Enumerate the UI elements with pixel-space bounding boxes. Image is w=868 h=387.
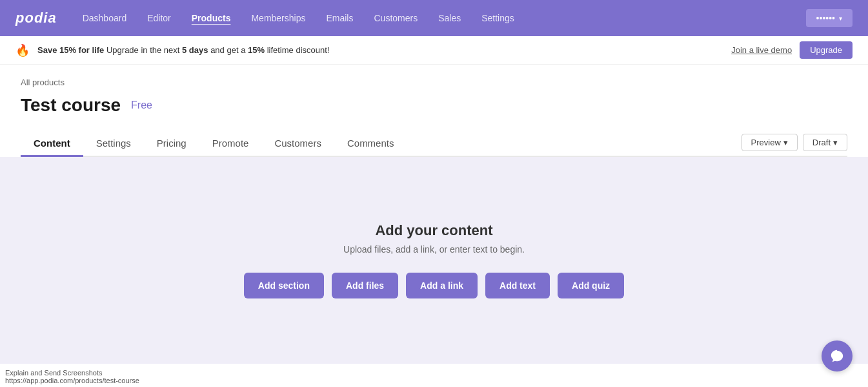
user-menu-button[interactable]: •••••• ▾: [806, 9, 853, 27]
add-files-button[interactable]: Add files: [332, 273, 398, 298]
nav-sales[interactable]: Sales: [438, 13, 461, 23]
tabs-right: Preview ▾ Draft ▾: [742, 134, 847, 154]
banner-emoji: 🔥: [15, 43, 30, 58]
live-demo-link[interactable]: Join a live demo: [731, 45, 792, 55]
page-title-row: Test course Free: [21, 95, 847, 116]
tab-comments[interactable]: Comments: [334, 131, 407, 157]
nav-editor[interactable]: Editor: [147, 13, 171, 23]
explain-text: Explain and Send Screenshots: [5, 369, 214, 377]
logo[interactable]: podia: [15, 10, 57, 26]
bottom-bar: Explain and Send Screenshots https://app…: [0, 366, 219, 387]
promo-banner: 🔥 Save 15% for life Upgrade in the next …: [0, 36, 868, 65]
banner-save-text: Save 15% for life: [37, 45, 104, 55]
banner-text: Save 15% for life Upgrade in the next 5 …: [37, 45, 723, 55]
banner-discount: 15%: [248, 45, 265, 55]
url-text: https://app.podia.com/products/test-cour…: [5, 377, 214, 384]
preview-label: Preview: [751, 138, 781, 147]
tabs-left: Content Settings Pricing Promote Custome…: [21, 131, 742, 156]
nav-products[interactable]: Products: [192, 13, 231, 23]
main-title: Add your content: [375, 222, 492, 239]
chat-bubble-button[interactable]: [822, 340, 853, 371]
nav-dashboard[interactable]: Dashboard: [83, 13, 127, 23]
add-link-button[interactable]: Add a link: [406, 273, 478, 298]
draft-button[interactable]: Draft ▾: [803, 134, 847, 151]
nav-emails[interactable]: Emails: [326, 13, 353, 23]
upgrade-button[interactable]: Upgrade: [800, 41, 853, 59]
nav-settings[interactable]: Settings: [481, 13, 514, 23]
main-subtitle: Upload files, add a link, or enter text …: [343, 244, 525, 255]
main-nav: Dashboard Editor Products Memberships Em…: [83, 13, 806, 23]
chat-icon: [830, 349, 844, 363]
nav-customers[interactable]: Customers: [374, 13, 418, 23]
breadcrumb[interactable]: All products: [21, 78, 847, 87]
free-badge: Free: [131, 99, 152, 111]
tab-content[interactable]: Content: [21, 131, 83, 157]
banner-body: Upgrade in the next: [106, 45, 182, 55]
page-container: All products Test course Free Content Se…: [0, 65, 868, 157]
nav-right: •••••• ▾: [806, 9, 853, 27]
tabs-bar: Content Settings Pricing Promote Custome…: [21, 131, 847, 157]
tab-settings[interactable]: Settings: [83, 131, 144, 157]
preview-chevron-icon: ▾: [783, 138, 788, 147]
page-title: Test course: [21, 95, 121, 116]
action-buttons: Add section Add files Add a link Add tex…: [244, 273, 624, 298]
main-content-area: Add your content Upload files, add a lin…: [0, 157, 868, 364]
draft-label: Draft: [812, 138, 831, 147]
banner-days: 5 days: [182, 45, 208, 55]
banner-middle: and get a: [210, 45, 248, 55]
user-chevron-icon: ▾: [839, 15, 842, 22]
add-quiz-button[interactable]: Add quiz: [558, 273, 624, 298]
header: podia Dashboard Editor Products Membersh…: [0, 0, 868, 36]
add-section-button[interactable]: Add section: [244, 273, 324, 298]
tab-promote[interactable]: Promote: [199, 131, 262, 157]
add-text-button[interactable]: Add text: [485, 273, 550, 298]
tab-customers[interactable]: Customers: [261, 131, 334, 157]
tab-pricing[interactable]: Pricing: [144, 131, 199, 157]
user-label: ••••••: [816, 13, 835, 23]
banner-suffix: lifetime discount!: [267, 45, 330, 55]
draft-chevron-icon: ▾: [833, 138, 838, 147]
nav-memberships[interactable]: Memberships: [251, 13, 305, 23]
preview-button[interactable]: Preview ▾: [742, 134, 798, 151]
